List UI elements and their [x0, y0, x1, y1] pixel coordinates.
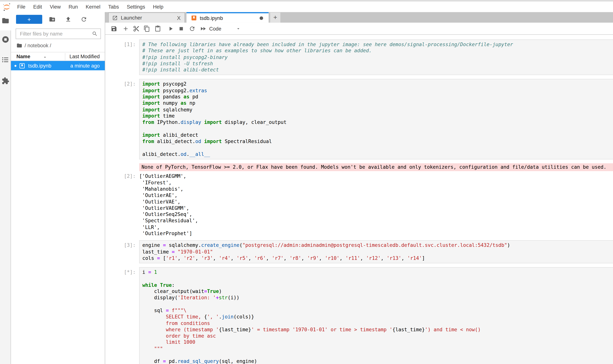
- column-header-name[interactable]: Name: [16, 53, 30, 60]
- code-line: last_time = "1970-01-01": [142, 249, 613, 255]
- jupyterlab-window: FileEditViewRunKernelTabsSettingsHelp +: [0, 0, 613, 364]
- breadcrumb[interactable]: / notebook /: [16, 42, 51, 49]
- output-area: [2]:['OutlierAEGMM', 'IForest', 'Mahalan…: [105, 172, 613, 237]
- code-line: # The following libraries have already b…: [142, 41, 613, 48]
- menu-view[interactable]: View: [46, 1, 65, 12]
- cell-editor[interactable]: engine = sqlalchemy.create_engine("postg…: [139, 240, 613, 263]
- jupyter-logo-icon: [2, 3, 11, 11]
- menu-kernel[interactable]: Kernel: [82, 1, 104, 12]
- file-list-header: Name Last Modified: [11, 52, 105, 61]
- menu-help[interactable]: Help: [149, 1, 167, 12]
- unsaved-changes-dot: [260, 16, 263, 20]
- file-filter-input[interactable]: [19, 30, 92, 37]
- code-line: [142, 352, 613, 358]
- file-modified: a minute ago: [70, 63, 100, 69]
- new-launcher-button[interactable]: +: [16, 15, 42, 24]
- search-icon: [92, 31, 98, 37]
- cell-list: [1]:# The following libraries have alrea…: [105, 39, 613, 364]
- notebook-toolbar: Code: [105, 23, 613, 35]
- sort-ascending-icon: [43, 55, 47, 59]
- tab-notebook[interactable]: tsdb.ipynb: [187, 12, 269, 23]
- table-of-contents-icon[interactable]: [1, 56, 9, 64]
- code-line: """: [142, 346, 613, 352]
- code-line: limit 1000: [142, 339, 613, 346]
- file-browser-icon[interactable]: [1, 17, 9, 25]
- cell-editor[interactable]: i = 1 while True: clear_output(wait=True…: [139, 267, 613, 364]
- column-divider: [65, 53, 65, 60]
- run-cell-button[interactable]: [167, 26, 174, 32]
- code-line: #!pip install psycopg2-binary: [142, 54, 613, 60]
- code-cell: [*]:i = 1 while True: clear_output(wait=…: [105, 267, 613, 364]
- menu-file[interactable]: File: [13, 1, 29, 12]
- notebook-tab-icon: [191, 15, 197, 21]
- new-tab-button[interactable]: +: [270, 13, 280, 23]
- code-line: [142, 301, 613, 307]
- menubar-items: FileEditViewRunKernelTabsSettingsHelp: [13, 1, 167, 12]
- code-line: SELECT time, {', '.join(cols)}: [142, 314, 613, 320]
- chevron-down-icon[interactable]: [236, 26, 241, 31]
- interrupt-kernel-button[interactable]: [178, 26, 185, 32]
- output-line: 'OutlierVAEGMM',: [139, 205, 613, 211]
- code-line: from conditions: [142, 320, 613, 326]
- code-line: import numpy as np: [142, 100, 613, 106]
- code-cell: [3]:engine = sqlalchemy.create_engine("p…: [105, 240, 613, 263]
- code-line: where (timestamp '{last_time}' = timesta…: [142, 327, 613, 333]
- code-line: import time: [142, 113, 613, 119]
- window-top-strip: [0, 0, 613, 1]
- input-prompt: [2]:: [105, 79, 139, 159]
- code-line: [142, 145, 613, 151]
- extensions-icon[interactable]: [1, 77, 9, 85]
- code-line: [142, 276, 613, 282]
- paste-cells-button[interactable]: [154, 26, 161, 32]
- menu-edit[interactable]: Edit: [29, 1, 46, 12]
- code-line: display('Iteration: '+str(i)): [142, 295, 613, 301]
- insert-cell-button[interactable]: [122, 26, 129, 32]
- code-line: import pandas as pd: [142, 94, 613, 100]
- save-button[interactable]: [110, 26, 117, 32]
- cell-editor[interactable]: # The following libraries have already b…: [139, 39, 613, 75]
- code-line: alibi_detect.od.__all__: [142, 151, 613, 157]
- code-line: # These are just left in as examples to …: [142, 48, 613, 54]
- close-tab-icon[interactable]: X: [177, 15, 181, 21]
- launcher-tab-icon: [112, 15, 118, 20]
- running-kernels-icon[interactable]: [1, 36, 9, 43]
- tab-launcher[interactable]: Launcher X: [108, 13, 185, 23]
- cut-cells-button[interactable]: [133, 26, 140, 32]
- upload-button[interactable]: [65, 16, 72, 23]
- refresh-button[interactable]: [81, 16, 87, 23]
- code-line: from IPython.display import display, cle…: [142, 119, 613, 126]
- output-line: 'SpectralResidual',: [139, 218, 613, 224]
- home-folder-icon: [16, 42, 22, 48]
- dock-tab-bar: Launcher X tsdb.ipynb +: [105, 12, 613, 23]
- run-all-button[interactable]: [200, 26, 206, 32]
- notebook-scroll-area[interactable]: [1]:# The following libraries have alrea…: [105, 35, 613, 364]
- restart-kernel-button[interactable]: [189, 26, 195, 32]
- code-line: i = 1: [142, 269, 613, 276]
- code-line: #!pip install -U tsfresh: [142, 60, 613, 67]
- menu-tabs[interactable]: Tabs: [104, 1, 123, 12]
- code-line: #!pip install alibi-detect: [142, 67, 613, 73]
- code-line: while True:: [142, 282, 613, 288]
- output-line: ['OutlierAEGMM',: [139, 173, 613, 180]
- output-line: 'OutlierSeq2Seq',: [139, 211, 613, 218]
- output-line: 'OutlierAE',: [139, 192, 613, 199]
- code-line: clear_output(wait=True): [142, 288, 613, 295]
- file-filter-box: [16, 28, 101, 39]
- new-folder-button[interactable]: [49, 16, 56, 23]
- menu-settings[interactable]: Settings: [123, 1, 149, 12]
- copy-cells-button[interactable]: [144, 26, 150, 32]
- menu-run[interactable]: Run: [65, 1, 82, 12]
- output-line: 'Mahalanobis',: [139, 186, 613, 192]
- main-dock-panel: Launcher X tsdb.ipynb +: [105, 12, 613, 364]
- output-prompt: [2]:: [105, 172, 139, 237]
- output-line: 'OutlierProphet']: [139, 231, 613, 237]
- sidebar-icon-strip: [0, 12, 11, 364]
- code-line: df = pd.read_sql_query(sql, engine): [142, 358, 613, 364]
- column-header-modified[interactable]: Last Modified: [69, 53, 100, 60]
- file-row-selected[interactable]: tsdb.ipynb a minute ago: [11, 61, 105, 70]
- cell-editor[interactable]: import psycopg2import psycopg2.extrasimp…: [139, 79, 613, 159]
- output-line: 'OutlierVAE',: [139, 199, 613, 205]
- code-line: import alibi_detect: [142, 132, 613, 138]
- code-line: import psycopg2: [142, 81, 613, 87]
- stderr-output: None of PyTorch, TensorFlow >= 2.0, or F…: [139, 163, 613, 171]
